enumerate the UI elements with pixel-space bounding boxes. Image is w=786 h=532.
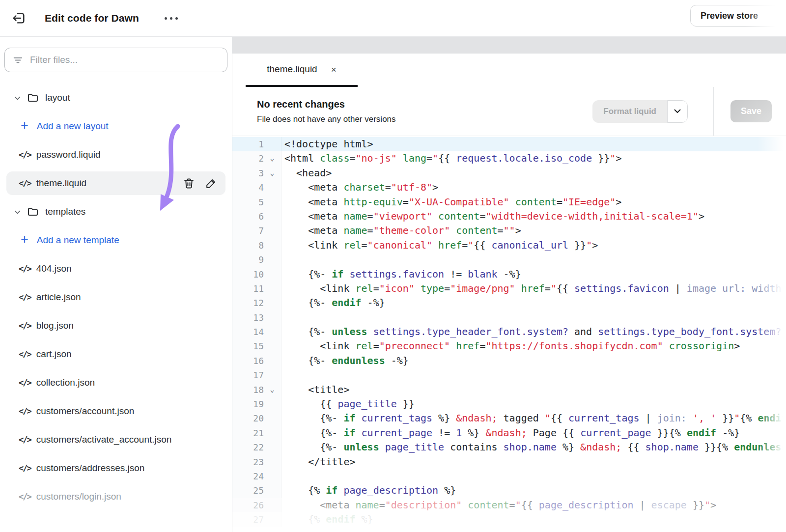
code-line[interactable]: 3⌄ <head> [232,166,786,180]
code-text [281,252,284,267]
code-text: <head> [281,166,332,180]
chevron-down-icon[interactable] [12,207,22,217]
code-line[interactable]: 8 <link rel="canonical" href="{{ canonic… [232,238,786,252]
code-line[interactable]: 6 <meta name="viewport" content="width=d… [232,209,786,224]
item-label: password.liquid [36,149,101,160]
file-item-customers-activate-account-json[interactable]: </>customers/activate_account.json [6,428,225,451]
line-number: 2 [232,151,264,166]
code-line[interactable]: 26 <meta name="description" content="{{ … [232,498,786,512]
code-line[interactable]: 17 [232,368,786,382]
code-editor[interactable]: 1<!doctype html>2⌄<html class="no-js" la… [232,136,786,532]
code-line[interactable]: 27 {% endif %} [232,512,786,527]
gutter: 18⌄ [232,383,281,397]
file-item-customers-login-json[interactable]: </>customers/login.json [6,485,225,508]
plus-icon: + [21,233,28,246]
item-label: Add a new layout [37,121,109,132]
line-number: 6 [232,209,264,224]
format-liquid-button[interactable]: Format liquid [592,100,667,123]
line-number: 19 [232,397,264,411]
code-line[interactable]: 20 {%- if current_tags %} &ndash; tagged… [232,411,786,425]
exit-button[interactable] [10,10,27,27]
file-sidebar: layout+Add a new layout</>password.liqui… [0,37,232,532]
code-text: <link rel="canonical" href="{{ canonical… [281,238,598,252]
fold-spacer [264,354,281,368]
file-item-customers-account-json[interactable]: </>customers/account.json [6,399,225,423]
gutter: 23 [232,455,281,469]
code-line[interactable]: 9 [232,252,786,267]
fold-toggle-icon[interactable]: ⌄ [264,383,281,397]
preview-store-button[interactable]: Preview store [690,5,786,27]
code-line[interactable]: 22 {%- unless page_title contains shop.n… [232,440,786,454]
save-button[interactable]: Save [730,100,772,122]
code-text: <meta name="theme-color" content=""> [281,224,521,238]
code-line[interactable]: 10 {%- if settings.favicon != blank -%} [232,267,786,281]
line-number: 7 [232,224,264,238]
file-item-collection-json[interactable]: </>collection.json [6,371,225,394]
code-file-icon: </> [19,378,31,388]
fold-spacer [264,252,281,267]
code-line[interactable]: 4 <meta charset="utf-8"> [232,180,786,195]
filter-files-input[interactable] [30,55,192,65]
chevron-down-icon [674,109,681,113]
code-line[interactable]: 7 <meta name="theme-color" content=""> [232,224,786,238]
gutter: 1 [232,137,281,151]
code-line[interactable]: 24 [232,469,786,483]
fold-spacer [264,426,281,440]
code-line[interactable]: 19 {{ page_title }} [232,397,786,411]
line-number: 17 [232,368,264,382]
fold-toggle-icon[interactable]: ⌄ [264,151,281,166]
fold-spacer [264,224,281,238]
format-options-dropdown[interactable] [667,100,688,123]
gutter: 26 [232,498,281,512]
code-line[interactable]: 15 <link rel="preconnect" href="https://… [232,339,786,353]
code-line[interactable]: 2⌄<html class="no-js" lang="{{ request.l… [232,151,786,166]
add-item-add-a-new-template[interactable]: +Add a new template [6,228,225,252]
fold-spacer [264,195,281,209]
file-item-blog-json[interactable]: </>blog.json [6,314,225,337]
tab-theme-liquid[interactable]: theme.liquid × [246,54,358,87]
code-file-icon: </> [19,321,31,331]
code-text: <title> [281,383,349,397]
code-line[interactable]: 14 {%- unless settings.type_header_font.… [232,325,786,339]
code-line[interactable]: 1<!doctype html> [232,137,786,151]
code-text: {%- unless page_title contains shop.name… [281,440,786,454]
gutter: 27 [232,512,281,527]
editor-pane: theme.liquid × No recent changes File do… [232,37,786,532]
file-item-cart-json[interactable]: </>cart.json [6,342,225,366]
file-item-password-liquid[interactable]: </>password.liquid [6,143,225,167]
code-line[interactable]: 16 {%- endunless -%} [232,354,786,368]
code-line[interactable]: 21 {%- if current_page != 1 %} &ndash; P… [232,426,786,440]
trash-icon[interactable] [182,177,195,190]
item-label: customers/addresses.json [36,463,145,474]
fold-spacer [264,455,281,469]
overflow-menu-icon[interactable] [161,13,182,24]
folder-item-templates[interactable]: templates [6,200,225,224]
file-item-article-json[interactable]: </>article.json [6,285,225,309]
fold-spacer [264,180,281,195]
code-line[interactable]: 5 <meta http-equiv="X-UA-Compatible" con… [232,195,786,209]
code-line[interactable]: 13 [232,310,786,325]
code-line[interactable]: 11 <link rel="icon" type="image/png" hre… [232,281,786,296]
filter-files-field[interactable] [4,48,227,72]
code-line[interactable]: 23 </title> [232,455,786,469]
file-item-theme-liquid[interactable]: </>theme.liquid [6,171,225,195]
file-item-customers-addresses-json[interactable]: </>customers/addresses.json [6,456,225,480]
close-icon[interactable]: × [331,65,337,74]
add-item-add-a-new-layout[interactable]: +Add a new layout [6,114,225,138]
file-item-404-json[interactable]: </>404.json [6,257,225,280]
code-text [281,368,284,382]
fold-spacer [264,267,281,281]
code-line[interactable]: 25 {% if page_description %} [232,483,786,498]
fold-spacer [264,368,281,382]
fold-toggle-icon[interactable]: ⌄ [264,166,281,180]
file-tree: layout+Add a new layout</>password.liqui… [0,86,232,508]
chevron-down-icon[interactable] [12,93,22,103]
code-text [281,310,284,325]
fold-spacer [264,238,281,252]
gutter: 3⌄ [232,166,281,180]
item-label: customers/account.json [36,406,135,417]
code-line[interactable]: 12 {%- endif -%} [232,296,786,310]
folder-item-layout[interactable]: layout [6,86,225,110]
code-line[interactable]: 18⌄ <title> [232,383,786,397]
pencil-icon[interactable] [204,177,217,190]
